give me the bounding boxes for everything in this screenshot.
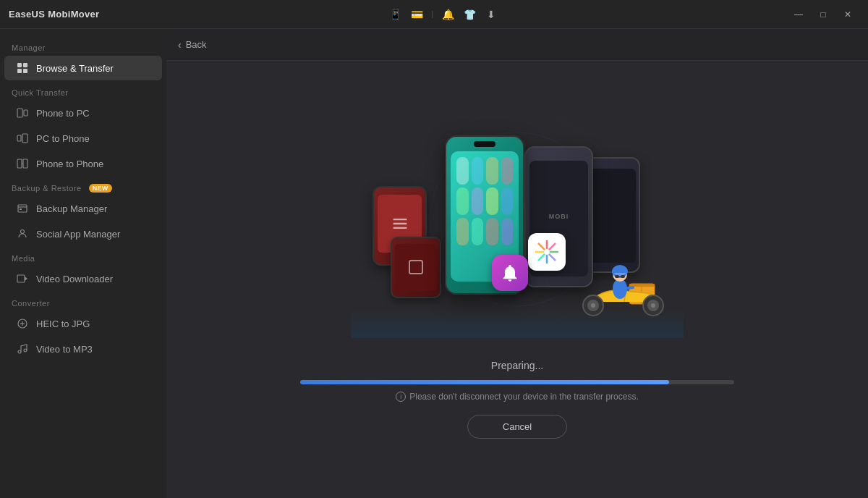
svg-rect-4 — [17, 109, 22, 117]
notification-icon — [492, 255, 528, 291]
phone-titlebar-icon[interactable]: 📱 — [386, 7, 404, 22]
progress-section: Preparing... i Please don't disconnect y… — [300, 360, 734, 439]
svg-rect-8 — [17, 135, 21, 141]
svg-rect-3 — [23, 69, 27, 73]
title-bar: EaseUS MobiMover 📱 💳 | 🔔 👕 ⬇ — □ ✕ — [0, 0, 868, 29]
app-title: EaseUS MobiMover — [9, 9, 99, 20]
sidebar-section-media: Media — [0, 247, 166, 266]
svg-rect-43 — [615, 275, 619, 278]
mobi-label: MOBI — [549, 213, 569, 220]
maximize-button[interactable]: □ — [812, 4, 835, 25]
content-area: ‹ Back — [166, 29, 868, 498]
sidebar-item-backup-manager[interactable]: Backup Manager — [4, 196, 162, 221]
minimize-button[interactable]: — — [787, 4, 810, 25]
main-layout: Manager Browse & Transfer Quick Transfer — [0, 29, 868, 498]
info-icon: i — [396, 392, 406, 402]
sidebar-label-social-app-manager: Social App Manager — [36, 229, 120, 240]
illustration: MOBI — [351, 121, 684, 338]
progress-bar-fill — [300, 380, 669, 384]
music-icon — [16, 342, 29, 355]
sidebar-label-browse-transfer: Browse & Transfer — [36, 63, 114, 74]
svg-rect-2 — [17, 69, 22, 73]
scooter-illustration — [568, 244, 684, 331]
sidebar-item-pc-to-phone[interactable]: PC to Phone — [4, 126, 162, 151]
phone-notch — [474, 141, 495, 147]
back-button[interactable]: ‹ Back — [178, 39, 207, 51]
sidebar-item-heic-to-jpg[interactable]: HEIC to JPG — [4, 311, 162, 336]
sidebar-item-phone-to-pc[interactable]: Phone to PC — [4, 101, 162, 125]
svg-rect-13 — [18, 205, 27, 212]
back-label: Back — [186, 39, 207, 50]
back-arrow-icon: ‹ — [178, 39, 182, 51]
svg-point-22 — [18, 350, 21, 353]
svg-marker-18 — [25, 277, 27, 281]
separator: | — [431, 10, 433, 18]
svg-rect-11 — [23, 159, 27, 168]
sidebar-label-backup-manager: Backup Manager — [36, 203, 107, 214]
hint-text: Please don't disconnect your device in t… — [409, 392, 638, 402]
cancel-button[interactable]: Cancel — [467, 415, 567, 439]
phone-left-dark — [391, 237, 441, 298]
heic-icon — [16, 317, 29, 330]
svg-rect-17 — [17, 275, 25, 282]
window-controls: — □ ✕ — [787, 4, 859, 25]
sidebar: Manager Browse & Transfer Quick Transfer — [0, 29, 166, 498]
preparing-text: Preparing... — [491, 360, 543, 371]
svg-rect-0 — [17, 63, 22, 67]
sidebar-item-phone-to-phone[interactable]: Phone to Phone — [4, 151, 162, 176]
svg-point-36 — [591, 303, 595, 308]
svg-rect-15 — [20, 208, 22, 210]
sim-titlebar-icon[interactable]: 💳 — [408, 7, 425, 22]
sidebar-label-pc-to-phone: PC to Phone — [36, 133, 90, 144]
sidebar-section-converter: Converter — [0, 292, 166, 311]
photos-icon — [528, 233, 566, 271]
svg-rect-1 — [23, 63, 27, 67]
bell-titlebar-icon[interactable]: 🔔 — [439, 7, 456, 22]
video-icon — [16, 272, 29, 285]
grid-icon — [16, 62, 29, 75]
svg-point-30 — [544, 249, 550, 255]
svg-point-23 — [24, 349, 27, 352]
svg-rect-28 — [409, 261, 422, 274]
svg-rect-7 — [22, 134, 27, 143]
pc-to-phone-icon — [16, 132, 29, 145]
phone-to-pc-icon — [16, 106, 29, 119]
sidebar-label-video-to-mp3: Video to MP3 — [36, 344, 93, 355]
svg-rect-44 — [621, 275, 625, 278]
svg-rect-10 — [17, 159, 22, 168]
sidebar-item-browse-transfer[interactable]: Browse & Transfer — [4, 56, 162, 80]
sidebar-label-video-downloader: Video Downloader — [36, 274, 113, 284]
sidebar-section-backup-label: Backup & Restore — [12, 184, 82, 193]
progress-hint: i Please don't disconnect your device in… — [396, 392, 638, 402]
sidebar-label-heic-to-jpg: HEIC to JPG — [36, 318, 90, 329]
svg-point-16 — [21, 230, 25, 234]
sidebar-section-manager: Manager — [0, 36, 166, 55]
close-button[interactable]: ✕ — [836, 4, 859, 25]
tshirt-titlebar-icon[interactable]: 👕 — [461, 7, 478, 22]
social-icon — [16, 227, 29, 240]
svg-point-42 — [612, 265, 628, 278]
scene-area: MOBI — [166, 61, 868, 498]
download-titlebar-icon[interactable]: ⬇ — [482, 7, 500, 22]
sidebar-item-social-app-manager[interactable]: Social App Manager — [4, 221, 162, 246]
svg-point-39 — [651, 303, 655, 308]
backup-icon — [16, 202, 29, 215]
phone-to-phone-icon — [16, 157, 29, 170]
top-nav: ‹ Back — [166, 29, 868, 61]
sidebar-section-quick-transfer: Quick Transfer — [0, 81, 166, 100]
new-badge: New — [89, 184, 112, 193]
sidebar-item-video-downloader[interactable]: Video Downloader — [4, 266, 162, 291]
sidebar-label-phone-to-pc: Phone to PC — [36, 108, 90, 119]
progress-bar-container — [300, 380, 734, 384]
title-bar-icon-group: 📱 💳 | 🔔 👕 ⬇ — [386, 7, 500, 22]
sidebar-label-phone-to-phone: Phone to Phone — [36, 159, 103, 169]
sidebar-section-backup-header: Backup & Restore New — [0, 177, 166, 195]
sidebar-item-video-to-mp3[interactable]: Video to MP3 — [4, 337, 162, 361]
svg-rect-5 — [24, 110, 27, 116]
